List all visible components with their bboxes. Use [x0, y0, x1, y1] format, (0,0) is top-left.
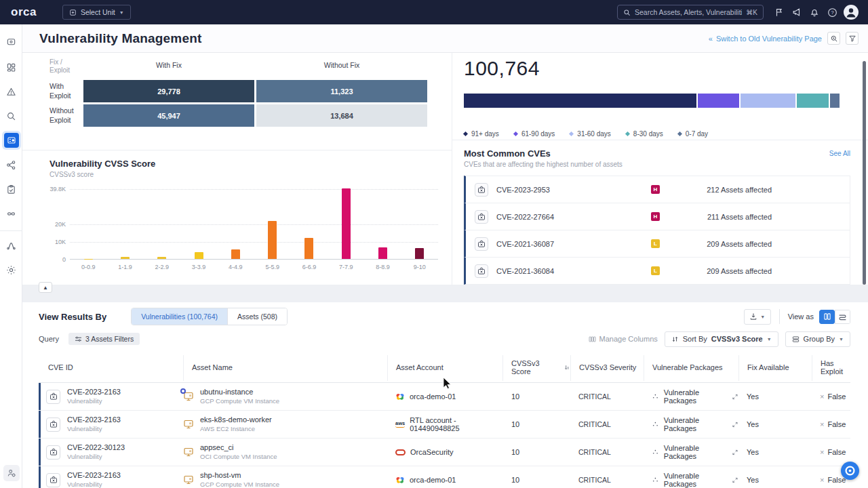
view-as-table-button[interactable] [819, 310, 835, 324]
matrix-cell[interactable]: 11,323 [256, 80, 427, 102]
column-header[interactable]: Asset Account [387, 355, 502, 381]
sidebar-item-shift-left[interactable] [0, 203, 22, 224]
view-as-lanes-button[interactable] [835, 310, 850, 324]
see-all-link[interactable]: See All [829, 148, 850, 157]
matrix-row: With Exploit29,77811,323 [50, 80, 452, 102]
age-legend-label: 91+ days [471, 130, 499, 138]
vm-asset-icon [183, 474, 194, 485]
user-gear-icon [7, 468, 16, 478]
manage-columns-button[interactable]: Manage Columns [589, 335, 658, 343]
cvss-bar[interactable] [415, 248, 424, 259]
announcements-button[interactable] [788, 3, 806, 21]
age-bar-segment[interactable] [698, 94, 739, 108]
cvss-bar[interactable] [268, 221, 277, 259]
expand-icon[interactable] [732, 421, 738, 428]
total-vulnerabilities-count: 100,764 [464, 57, 868, 80]
common-cve-row[interactable]: CVE-2022-27664H211 Assets affected [464, 203, 850, 230]
sidebar-item-automations[interactable] [0, 235, 22, 256]
column-header[interactable]: CVSSv3 Score [502, 355, 570, 381]
sidebar-item-settings[interactable] [0, 260, 22, 280]
age-bar-segment[interactable] [741, 94, 795, 108]
vm-asset-icon [183, 391, 194, 402]
orca-logo-text: orca [11, 5, 37, 18]
matrix-cell[interactable]: 29,778 [83, 80, 254, 102]
expand-icon[interactable] [732, 476, 738, 484]
table-row[interactable]: CVE-2023-2163Vulnerabilityshp-host-vmGCP… [39, 466, 850, 488]
legend-diamond-icon [677, 131, 682, 136]
matrix-cell[interactable]: 13,684 [256, 104, 427, 127]
saved-searches-button[interactable] [827, 32, 840, 45]
asset-account-cell: orca-demo-01 [387, 392, 502, 401]
download-icon [749, 312, 757, 321]
sidebar-item-user-admin[interactable] [0, 465, 22, 481]
matrix-row: Without Exploit45,94713,684 [50, 104, 452, 127]
column-header[interactable]: Has Exploit [812, 355, 850, 381]
assets-filters-chip[interactable]: 3 Assets Filters [68, 333, 140, 345]
sidebar-item-inventory[interactable] [0, 106, 22, 126]
sidebar-item-home[interactable] [0, 31, 22, 52]
column-header[interactable]: CVSSv3 Severity [570, 355, 644, 381]
sidebar-item-alerts[interactable] [0, 81, 22, 102]
feedback-flag-button[interactable] [770, 3, 788, 21]
common-cve-row[interactable]: CVE-2023-2953H212 Assets affected [464, 176, 850, 203]
unit-selector[interactable]: Select Unit ▼ [62, 5, 131, 20]
cvss-y-axis: 010K20K39.8K [50, 189, 70, 260]
cve-icon-box [475, 210, 488, 224]
common-cve-row[interactable]: CVE-2021-36084L209 Assets affected [464, 257, 850, 285]
matrix-cell[interactable]: 45,947 [83, 104, 254, 127]
sidebar-item-dashboards[interactable] [0, 57, 22, 77]
matrix-row-label: With Exploit [50, 80, 83, 102]
help-button[interactable]: ? [823, 3, 841, 21]
sidebar-item-vulnerabilities[interactable] [0, 130, 22, 150]
search-input[interactable] [635, 8, 742, 16]
user-avatar[interactable] [844, 5, 859, 20]
column-header[interactable]: CVE ID [39, 354, 183, 382]
table-row[interactable]: CVE-2022-30123Vulnerabilityappsec_ciOCI … [39, 439, 850, 466]
sidebar-item-attack-paths[interactable] [0, 155, 22, 175]
cvss-bar[interactable] [231, 249, 240, 259]
export-button[interactable]: ▼ [744, 309, 771, 325]
table-row[interactable]: CVE-2023-2163Vulnerabilityubutnu-instanc… [39, 383, 850, 411]
sort-active-icon [564, 364, 570, 371]
age-bar-segment[interactable] [797, 94, 829, 108]
asset-account-cell: awsRTL account - 014490948825 [387, 416, 502, 432]
cvss-bar[interactable] [157, 257, 166, 259]
cvss-bar[interactable] [342, 188, 351, 259]
table-row[interactable]: CVE-2023-2163Vulnerabilityeks-k8s-demo-w… [39, 411, 850, 439]
results-tab[interactable]: Assets (508) [227, 308, 287, 325]
vulnerable-packages-label[interactable]: Vulnerable Packages [664, 416, 727, 432]
sort-by-select[interactable]: Sort By CVSSv3 Score ▼ [665, 331, 778, 347]
vertical-scrollbar[interactable] [863, 61, 866, 285]
megaphone-icon [792, 7, 802, 17]
cvss-bar[interactable] [195, 252, 203, 259]
orca-chat-widget[interactable] [841, 462, 859, 480]
cvss-bar[interactable] [121, 257, 130, 259]
expand-icon[interactable] [732, 449, 738, 456]
vulnerable-packages-label[interactable]: Vulnerable Packages [664, 472, 727, 488]
sidebar-item-compliance[interactable] [0, 179, 22, 199]
cve-id-label: CVE-2022-30123 [67, 443, 125, 453]
most-common-cves-card: Most Common CVEs CVEs that are affecting… [452, 140, 868, 285]
cvss-bar[interactable] [378, 247, 387, 259]
global-search[interactable]: ⌘K [617, 5, 764, 20]
group-by-select[interactable]: Group By ▼ [785, 331, 850, 347]
vulnerable-packages-label[interactable]: Vulnerable Packages [664, 444, 727, 460]
collapse-analytics-button[interactable]: ▲ [39, 282, 52, 293]
age-bar-segment[interactable] [464, 94, 696, 108]
switch-old-page-link[interactable]: « Switch to Old Vulnerability Page [709, 35, 822, 43]
cve-id-label: CVE-2023-2163 [67, 471, 121, 481]
column-header[interactable]: Vulnerable Packages [644, 355, 738, 381]
results-tab[interactable]: Vulnerabilities (100,764) [132, 308, 227, 325]
column-header[interactable]: Fix Available [738, 355, 812, 381]
notifications-button[interactable] [806, 3, 823, 21]
expand-icon[interactable] [732, 393, 738, 401]
common-cve-row[interactable]: CVE-2021-36087L209 Assets affected [464, 230, 850, 258]
filter-button[interactable] [846, 32, 859, 45]
column-header[interactable]: Asset Name [183, 355, 387, 381]
vulnerable-packages-label[interactable]: Vulnerable Packages [664, 388, 727, 405]
cve-icon-box [46, 473, 60, 487]
mcc-subtitle: CVEs that are affecting the highest numb… [464, 161, 623, 168]
orca-logo[interactable]: orca [11, 5, 37, 19]
age-bar-segment[interactable] [830, 94, 840, 108]
cvss-bar[interactable] [304, 238, 313, 259]
